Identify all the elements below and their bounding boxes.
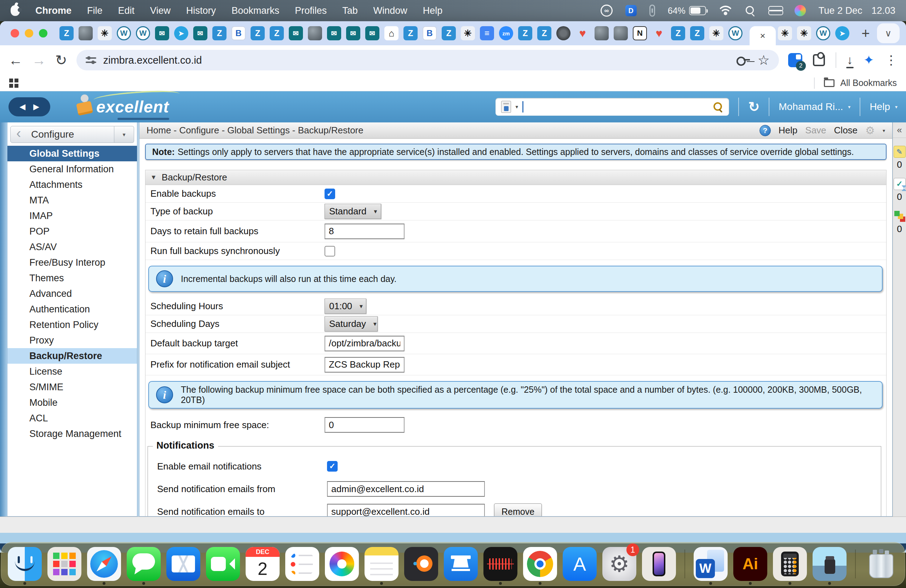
browser-tab[interactable]: ≡: [480, 26, 494, 40]
apple-menu-icon[interactable]: [11, 5, 20, 16]
browser-tab[interactable]: W: [816, 26, 830, 40]
user-menu[interactable]: Mohamad Ri... ▾: [778, 101, 850, 113]
browser-tab[interactable]: ♥: [576, 26, 590, 40]
days-retain-input[interactable]: [325, 224, 405, 239]
sidebar-item[interactable]: Advanced: [8, 286, 137, 301]
dock-app-icon[interactable]: [325, 547, 359, 581]
browser-tab[interactable]: ✉: [327, 26, 341, 40]
sidebar-item[interactable]: License: [8, 364, 137, 379]
notification-to-input[interactable]: [327, 504, 485, 516]
dock-app-icon[interactable]: [404, 547, 438, 581]
browser-tab[interactable]: ✳: [797, 26, 811, 40]
control-center-icon[interactable]: [768, 6, 782, 15]
forward-button[interactable]: →: [32, 53, 46, 68]
browser-tab[interactable]: ✳: [461, 26, 475, 40]
dock-app-icon[interactable]: [642, 547, 676, 581]
browser-tab[interactable]: [78, 26, 93, 40]
dock-app-icon[interactable]: [87, 547, 121, 581]
browser-tab[interactable]: Z: [212, 26, 226, 40]
browser-tab[interactable]: B: [231, 26, 246, 40]
help-circle-icon[interactable]: ?: [759, 125, 771, 136]
enable-backups-checkbox[interactable]: ✓: [325, 188, 335, 199]
browser-tab[interactable]: [595, 26, 609, 40]
all-bookmarks[interactable]: All Bookmarks: [814, 78, 897, 89]
notes-gutter-icon[interactable]: ✎: [893, 146, 906, 158]
collapse-panel-icon[interactable]: «: [893, 123, 906, 138]
sidebar-item[interactable]: Authentication: [8, 301, 137, 317]
browser-tab[interactable]: ♥: [652, 26, 666, 40]
url-text[interactable]: zimbra.excellent.co.id: [103, 54, 729, 66]
wifi-icon[interactable]: [719, 6, 732, 16]
browser-tab[interactable]: Z: [270, 26, 284, 40]
sidebar-item[interactable]: Mobile: [8, 395, 137, 410]
apps-grid-icon[interactable]: [9, 78, 18, 88]
notification-from-input[interactable]: [327, 481, 485, 497]
search-type-dropdown-icon[interactable]: ▾: [515, 104, 518, 110]
dock-app-icon[interactable]: DEC 2: [246, 547, 279, 581]
browser-tab[interactable]: ➤: [835, 26, 849, 40]
browser-tab[interactable]: Z: [442, 26, 456, 40]
menu-item[interactable]: Bookmarks: [231, 5, 279, 16]
browser-tab[interactable]: ✉: [193, 26, 207, 40]
menu-clock[interactable]: Tue 2 Dec 12.03: [818, 5, 895, 16]
browser-tab[interactable]: Z: [537, 26, 551, 40]
sidebar-item[interactable]: IMAP: [8, 208, 137, 224]
address-bar[interactable]: zimbra.excellent.co.id ☆: [77, 50, 779, 70]
browser-tab[interactable]: [614, 26, 628, 40]
gear-icon[interactable]: ⚙: [865, 124, 875, 137]
status-squares-icon[interactable]: [893, 210, 906, 222]
sidebar-item[interactable]: General Information: [8, 161, 137, 177]
menu-item[interactable]: File: [87, 5, 103, 16]
sidebar-item[interactable]: Attachments: [8, 177, 137, 193]
browser-tab[interactable]: ✳: [98, 26, 112, 40]
tasks-gutter-icon[interactable]: ✓: [893, 178, 906, 190]
menu-item[interactable]: Profiles: [295, 5, 327, 16]
browser-tab[interactable]: Z: [518, 26, 532, 40]
dock-app-icon[interactable]: [813, 547, 847, 581]
dock-app-icon[interactable]: Ai: [733, 547, 767, 581]
dock-app-icon[interactable]: [285, 547, 319, 581]
browser-tab[interactable]: [308, 26, 322, 40]
browser-tab[interactable]: Z: [404, 26, 418, 40]
dock-app-icon[interactable]: [48, 547, 81, 581]
minimize-window-button[interactable]: [25, 29, 33, 38]
browser-tab[interactable]: [556, 26, 571, 40]
tether-icon[interactable]: [649, 5, 655, 17]
dock-app-icon[interactable]: [444, 547, 478, 581]
sidebar-item[interactable]: Backup/Restore: [8, 348, 137, 364]
min-free-space-input[interactable]: [325, 417, 405, 433]
help-menu[interactable]: Help ▾: [869, 101, 898, 113]
browser-tab[interactable]: B: [423, 26, 437, 40]
nav-arrows[interactable]: ◀ ▶: [8, 97, 50, 116]
browser-tab[interactable]: W: [728, 26, 742, 40]
dock-app-icon[interactable]: [684, 550, 685, 578]
dock-app-icon[interactable]: A: [563, 547, 597, 581]
search-icon[interactable]: [713, 102, 723, 112]
active-tab[interactable]: ×: [750, 26, 776, 45]
dock-app-icon[interactable]: [864, 547, 898, 581]
dock-app-icon[interactable]: [773, 547, 807, 581]
dock-app-icon[interactable]: [8, 547, 42, 581]
close-button[interactable]: Close: [834, 125, 858, 136]
browser-tab[interactable]: W: [117, 26, 131, 40]
sidebar-item[interactable]: Storage Management: [8, 426, 137, 441]
dock-app-icon[interactable]: [365, 547, 399, 581]
dock-app-icon[interactable]: [483, 547, 517, 581]
battery-indicator[interactable]: 64%: [668, 6, 706, 16]
dock-app-icon[interactable]: [127, 547, 161, 581]
scheduling-hours-select[interactable]: 01:00 ▼: [325, 299, 366, 314]
browser-tab[interactable]: ✳: [778, 26, 792, 40]
menu-item[interactable]: Tab: [342, 5, 358, 16]
enable-email-notifications-checkbox[interactable]: ✓: [327, 461, 338, 472]
tab-group-icon[interactable]: 2: [788, 53, 802, 67]
menu-item[interactable]: Help: [423, 5, 443, 16]
menu-item[interactable]: Edit: [118, 5, 135, 16]
browser-tab[interactable]: ✉: [155, 26, 169, 40]
browser-tab[interactable]: N: [633, 26, 647, 40]
spotlight-icon[interactable]: [745, 5, 756, 16]
search-type-icon[interactable]: [501, 101, 511, 113]
siri-icon[interactable]: [794, 5, 806, 16]
remove-button[interactable]: Remove: [494, 504, 542, 516]
sidebar-item[interactable]: POP: [8, 224, 137, 239]
browser-tab[interactable]: ✉: [346, 26, 360, 40]
